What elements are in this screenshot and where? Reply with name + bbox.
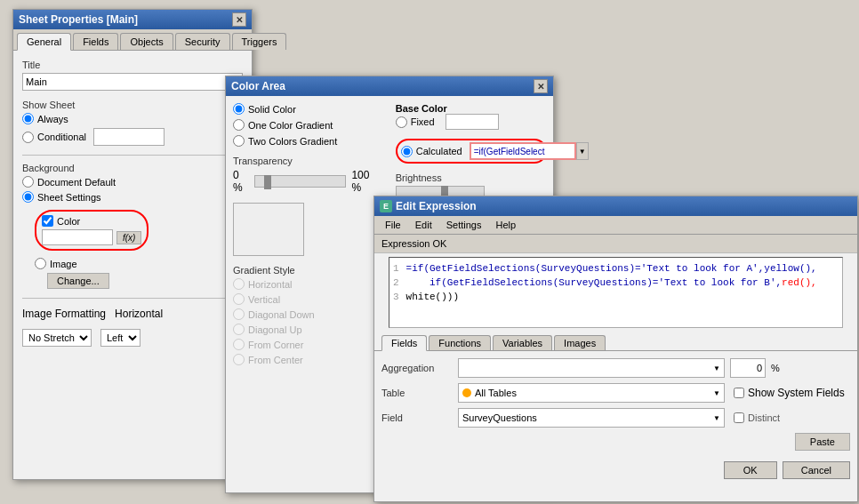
- color-area-close-button[interactable]: ✕: [534, 79, 548, 93]
- calc-highlight: Calculated ▼: [396, 139, 547, 164]
- radio-always[interactable]: Always: [22, 113, 243, 124]
- radio-vertical[interactable]: Vertical: [233, 293, 378, 305]
- fx-button[interactable]: f(x): [116, 231, 141, 244]
- tab-variables[interactable]: Variables: [493, 335, 552, 350]
- tab-fields[interactable]: Fields: [381, 335, 427, 351]
- radio-image[interactable]: Image: [35, 258, 243, 269]
- radio-conditional[interactable]: Conditional: [22, 128, 243, 146]
- gradient-style-section: Gradient Style Horizontal Vertical Di: [233, 265, 378, 365]
- field-row-field: Field SurveyQuestions ▼ Distinct: [381, 408, 850, 428]
- color-section: Color f(x): [35, 210, 149, 251]
- menu-help[interactable]: Help: [488, 218, 523, 232]
- radio-fixed[interactable]: Fixed: [396, 114, 547, 130]
- field-combo[interactable]: SurveyQuestions ▼: [458, 408, 725, 428]
- radio-always-label: Always: [37, 114, 68, 124]
- fixed-color-box[interactable]: [446, 114, 499, 130]
- edit-expr-icon: E: [380, 200, 392, 212]
- background-group: Background Document Default Sheet Settin…: [22, 163, 243, 289]
- aggregation-number-input[interactable]: [730, 358, 766, 378]
- calculated-input[interactable]: [470, 142, 576, 160]
- solid-color-label: Solid Color: [248, 104, 296, 115]
- tab-triggers[interactable]: Triggers: [232, 33, 287, 50]
- tab-general[interactable]: General: [17, 33, 71, 51]
- table-arrow-icon: ▼: [713, 389, 720, 397]
- preview-box: [233, 203, 304, 256]
- expr-code-area[interactable]: 1 =if(GetFieldSelections(SurveyQuestions…: [389, 257, 843, 328]
- radio-two-gradient[interactable]: Two Colors Gradient: [233, 135, 378, 147]
- transparency-slider[interactable]: [254, 175, 347, 188]
- tab-objects[interactable]: Objects: [120, 33, 173, 50]
- expr-fields-content: Aggregation ▼ % Table All Tables ▼ Show …: [374, 351, 857, 458]
- no-stretch-select[interactable]: No Stretch: [22, 329, 92, 347]
- color-label: Color: [57, 216, 80, 227]
- conditional-input[interactable]: [93, 128, 165, 146]
- tab-functions[interactable]: Functions: [429, 335, 491, 350]
- code-line-3: 3 white())): [393, 290, 839, 304]
- title-group: Title: [22, 60, 243, 91]
- color-area-left: Solid Color One Color Gradient Two Color…: [233, 103, 378, 365]
- diagonal-down-label: Diagonal Down: [248, 309, 315, 320]
- menu-edit[interactable]: Edit: [408, 218, 439, 232]
- color-checkbox[interactable]: [42, 215, 53, 227]
- title-input[interactable]: [22, 73, 243, 91]
- color-box[interactable]: [42, 229, 113, 245]
- horizontal-label: Horizontal: [248, 279, 293, 290]
- menu-file[interactable]: File: [378, 218, 408, 232]
- gradient-style-label: Gradient Style: [233, 265, 378, 276]
- radio-doc-default[interactable]: Document Default: [22, 176, 243, 188]
- expr-tabs: Fields Functions Variables Images: [374, 332, 857, 351]
- show-system-fields-checkbox[interactable]: [734, 388, 744, 398]
- aggregation-label: Aggregation: [381, 363, 453, 373]
- pct-label: %: [771, 363, 780, 373]
- tab-security[interactable]: Security: [175, 33, 230, 50]
- ok-button[interactable]: OK: [724, 461, 777, 479]
- field-value: SurveyQuestions: [462, 412, 537, 423]
- radio-from-corner[interactable]: From Corner: [233, 339, 378, 350]
- radio-calculated[interactable]: Calculated: [401, 146, 462, 157]
- expr-menu-bar: File Edit Settings Help: [374, 216, 857, 235]
- aggregation-combo[interactable]: ▼: [458, 358, 725, 378]
- color-checkbox-row[interactable]: Color: [42, 215, 141, 227]
- code-line-1: 1 =if(GetFieldSelections(SurveyQuestions…: [393, 261, 839, 276]
- transparency-label: Transparency: [233, 156, 378, 166]
- table-label: Table: [381, 388, 453, 398]
- table-combo[interactable]: All Tables ▼: [458, 383, 725, 403]
- cancel-button[interactable]: Cancel: [783, 461, 850, 479]
- vertical-label: Vertical: [248, 294, 280, 305]
- radio-solid-color[interactable]: Solid Color: [233, 103, 378, 115]
- title-label: Title: [22, 60, 243, 70]
- sheet-props-close-button[interactable]: ✕: [232, 12, 246, 27]
- code-content-2b: red(),: [782, 276, 817, 290]
- code-content-2: if(GetFieldSelections(SurveyQuestions)='…: [406, 276, 782, 290]
- radio-from-center[interactable]: From Center: [233, 354, 378, 365]
- from-center-label: From Center: [248, 355, 303, 365]
- aggregation-row: Aggregation ▼ %: [381, 358, 850, 378]
- field-arrow-icon: ▼: [713, 414, 720, 422]
- radio-sheet-settings[interactable]: Sheet Settings: [22, 191, 243, 203]
- radio-conditional-label: Conditional: [37, 132, 86, 142]
- code-content-1: =if(GetFieldSelections(SurveyQuestions)=…: [406, 261, 817, 276]
- pct-0-label: 0 %: [233, 169, 249, 194]
- all-tables-dot-icon: [462, 388, 471, 397]
- field-label: Field: [381, 412, 453, 423]
- edit-expr-titlebar: E Edit Expression: [374, 196, 857, 216]
- diagonal-up-label: Diagonal Up: [248, 324, 302, 335]
- radio-one-gradient[interactable]: One Color Gradient: [233, 119, 378, 131]
- calculated-label: Calculated: [416, 146, 462, 156]
- formatting-row: Image Formatting Horizontal: [22, 308, 243, 320]
- menu-settings[interactable]: Settings: [439, 218, 489, 232]
- left-select[interactable]: Left: [100, 329, 140, 347]
- paste-button[interactable]: Paste: [795, 433, 850, 451]
- radio-diagonal-up[interactable]: Diagonal Up: [233, 324, 378, 335]
- status-ok-label: Expression OK: [381, 238, 446, 249]
- sheet-properties-window: Sheet Properties [Main] ✕ General Fields…: [12, 9, 253, 480]
- calc-dropdown-arrow[interactable]: ▼: [576, 142, 589, 160]
- radio-diagonal-down[interactable]: Diagonal Down: [233, 308, 378, 320]
- radio-horizontal[interactable]: Horizontal: [233, 278, 378, 290]
- table-row-field: Table All Tables ▼ Show System Fields: [381, 383, 850, 403]
- sheet-props-tabs: General Fields Objects Security Triggers: [13, 29, 252, 51]
- tab-images[interactable]: Images: [554, 335, 606, 350]
- distinct-checkbox[interactable]: [734, 412, 744, 423]
- change-button[interactable]: Change...: [47, 273, 109, 289]
- tab-fields[interactable]: Fields: [73, 33, 118, 50]
